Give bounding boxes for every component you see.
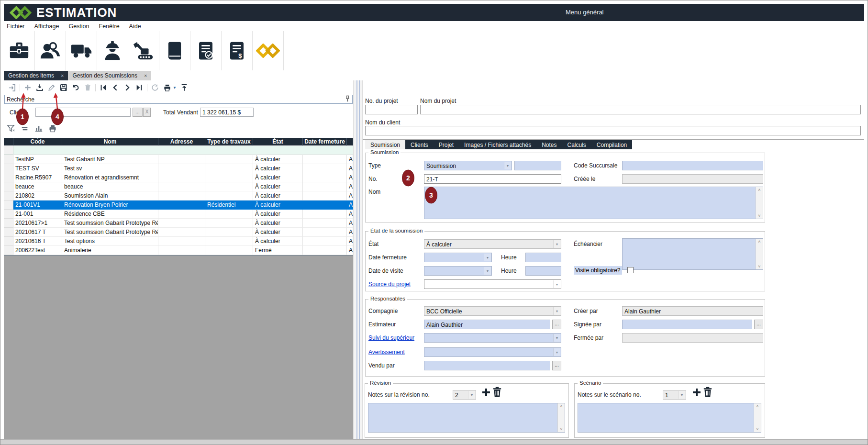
toolbox-button[interactable]	[4, 31, 35, 70]
project-no-input[interactable]	[365, 105, 418, 114]
row-header[interactable]	[4, 246, 13, 255]
scrollbar[interactable]: ˄˅	[557, 403, 565, 432]
menu-fichier[interactable]: Fichier	[4, 22, 30, 31]
vendu-par-input[interactable]	[424, 361, 550, 370]
brand-logo-button[interactable]	[253, 31, 284, 70]
last-record-button[interactable]	[135, 83, 144, 92]
add-button[interactable]	[23, 83, 32, 92]
suivi-superieur-link[interactable]: Suivi du supérieur	[368, 334, 414, 341]
source-combo[interactable]: ▼	[424, 279, 561, 289]
first-record-button[interactable]	[99, 83, 108, 92]
echeancier-textarea[interactable]: ˄˅	[622, 238, 763, 270]
project-name-input[interactable]	[420, 105, 861, 114]
exit-button[interactable]	[8, 83, 16, 92]
add-revision-button[interactable]	[481, 388, 491, 399]
totals-button[interactable]	[21, 124, 29, 133]
revision-no-combo[interactable]: 2▼	[453, 390, 476, 400]
table-row[interactable]: 21-001V1Rénovation Bryen PoirierRésident…	[4, 200, 353, 210]
scenario-notes-textarea[interactable]: ˄˅	[578, 403, 761, 433]
col-nom[interactable]: Nom	[62, 138, 158, 146]
heure-fermeture-input[interactable]	[525, 253, 561, 262]
nom-textarea[interactable]: ˄˅	[424, 187, 763, 219]
menu-fenetre[interactable]: Fenêtre	[94, 22, 124, 31]
row-header[interactable]	[4, 182, 13, 191]
avertissement-link[interactable]: Avertissement	[368, 349, 405, 356]
code-succursale-input[interactable]	[622, 161, 763, 170]
row-header[interactable]	[4, 173, 13, 182]
estimateur-browse-button[interactable]: ...	[552, 320, 561, 329]
table-row[interactable]: TEST SVTest svÀ calculerAl	[4, 164, 353, 173]
print-button[interactable]	[163, 83, 171, 92]
pin-icon[interactable]	[345, 95, 350, 103]
visite-obligatoire-checkbox[interactable]	[627, 267, 634, 273]
tab-notes[interactable]: Notes	[536, 140, 562, 149]
heure-visite-input[interactable]	[525, 266, 561, 276]
tab-clients[interactable]: Clients	[405, 140, 434, 149]
row-header[interactable]	[4, 237, 13, 246]
next-record-button[interactable]	[123, 83, 132, 92]
clients-button[interactable]	[35, 31, 66, 70]
grid-print-button[interactable]	[48, 124, 57, 133]
col-adresse[interactable]: Adresse	[158, 138, 205, 146]
delete-button[interactable]	[83, 83, 92, 92]
delete-scenario-button[interactable]	[702, 387, 713, 400]
type-combo[interactable]: Soumission▼	[424, 161, 512, 170]
table-row[interactable]: 21-001Résidence CBEÀ calculerAl	[4, 210, 353, 219]
col-type-de-travaux[interactable]: Type de travaux	[205, 138, 253, 146]
vendu-browse-button[interactable]: ...	[552, 361, 561, 370]
scrollbar[interactable]: ˄˅	[756, 239, 763, 269]
client-name-input[interactable]	[365, 126, 861, 135]
type-extra-input[interactable]	[514, 161, 561, 170]
no-input[interactable]: 21-T	[424, 174, 561, 184]
suivi-combo[interactable]: ▼	[424, 333, 561, 343]
client-clear-button[interactable]: X	[143, 108, 151, 117]
export-button[interactable]	[180, 83, 189, 92]
row-header[interactable]	[4, 219, 13, 228]
row-header[interactable]	[4, 228, 13, 237]
menu-gestion[interactable]: Gestion	[64, 22, 94, 31]
tab-compilation[interactable]: Compilation	[591, 140, 632, 149]
signee-par-input[interactable]	[622, 320, 752, 329]
estimateur-input[interactable]: Alain Gauthier	[424, 320, 550, 329]
previous-record-button[interactable]	[111, 83, 120, 92]
row-header[interactable]	[4, 191, 13, 200]
table-row[interactable]: 210802Soumission AlainÀ calculerAl	[4, 191, 353, 200]
col-code[interactable]: ▼Code	[13, 138, 62, 146]
tab-gestion-des-items[interactable]: Gestion des items ×	[4, 71, 68, 80]
catalog-button[interactable]	[159, 31, 190, 70]
col-date-fermeture[interactable]: Date fermeture	[303, 138, 347, 146]
row-header[interactable]	[4, 164, 13, 173]
undo-button[interactable]	[71, 83, 80, 92]
tab-calculs[interactable]: Calculs	[562, 140, 591, 149]
soumission-dollar-button[interactable]: $	[222, 31, 253, 70]
client-browse-button[interactable]: ...	[133, 108, 143, 117]
refresh-button[interactable]	[151, 83, 159, 92]
panel-splitter[interactable]	[353, 80, 363, 439]
table-row[interactable]: 20210617>1Test soumssion Gabarit Prototy…	[4, 219, 353, 228]
save-button[interactable]	[59, 83, 68, 92]
close-icon[interactable]: ×	[61, 73, 64, 78]
date-fermeture-combo[interactable]: ▼	[424, 253, 492, 262]
col-etat[interactable]: État	[253, 138, 303, 146]
delete-revision-button[interactable]	[492, 387, 502, 400]
client-input[interactable]	[35, 108, 131, 117]
search-input[interactable]: Recherche	[4, 95, 353, 104]
filter-row-input[interactable]	[13, 146, 353, 155]
table-row[interactable]: beaucebeauceÀ calculerAl	[4, 182, 353, 191]
compagnie-combo[interactable]: BCC Officielle▼	[424, 306, 561, 316]
menu-aide[interactable]: Aide	[124, 22, 146, 31]
tab-projet[interactable]: Projet	[434, 140, 459, 149]
avertissement-combo[interactable]: ▼	[424, 347, 561, 357]
truck-button[interactable]	[66, 31, 97, 70]
row-header[interactable]	[4, 200, 13, 210]
row-header[interactable]	[4, 210, 13, 219]
chart-button[interactable]	[34, 124, 43, 133]
soumission-check-button[interactable]	[190, 31, 222, 70]
source-du-projet-link[interactable]: Source du projet	[368, 281, 411, 288]
table-row[interactable]: TestNPTest Gabarit NPÀ calculerAl	[4, 155, 353, 164]
table-row[interactable]: 20210617 TTest soumssion Gabarit Prototy…	[4, 228, 353, 237]
add-scenario-button[interactable]	[692, 388, 701, 399]
tab-images-fichiers[interactable]: Images / Fichiers attachés	[459, 140, 536, 149]
table-filter-row[interactable]	[4, 146, 353, 155]
table-row[interactable]: Racine.R5907Rénovation et agrandissemntÀ…	[4, 173, 353, 182]
